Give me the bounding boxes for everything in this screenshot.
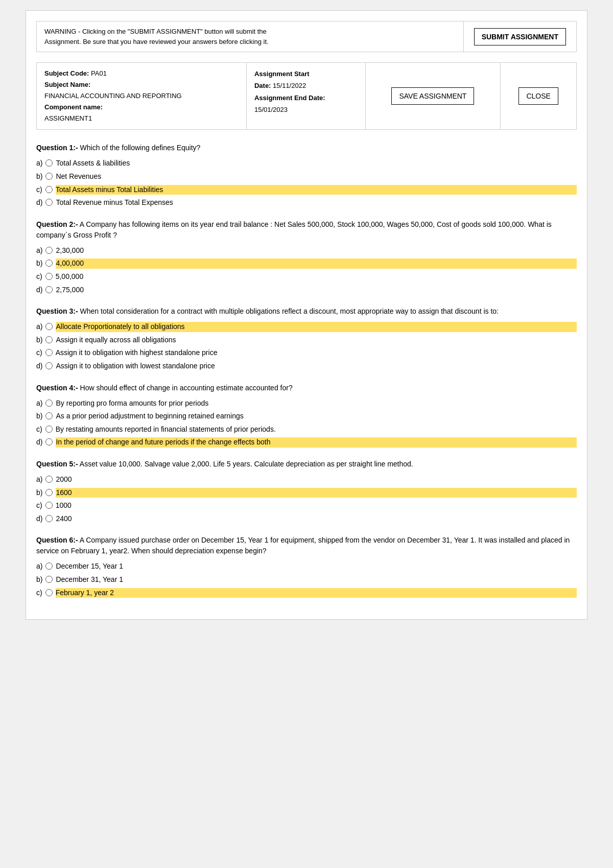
subject-cell: Subject Code: PA01 Subject Name: FINANCI…: [37, 63, 247, 130]
radio-q3-1[interactable]: [45, 336, 53, 343]
option-text-q1-1: Net Revenues: [56, 172, 577, 182]
save-assignment-button[interactable]: SAVE ASSIGNMENT: [391, 87, 474, 105]
option-row-q3-b: b)Assign it equally across all obligatio…: [36, 335, 577, 345]
question-text-4: Question 4:- How should effect of change…: [36, 383, 577, 393]
option-row-q4-a: a)By reporting pro forma amounts for pri…: [36, 398, 577, 409]
option-row-q3-c: c)Assign it to obligation with highest s…: [36, 348, 577, 358]
option-row-q4-c: c)By restating amounts reported in finan…: [36, 425, 577, 435]
option-text-q5-1: 1600: [56, 488, 577, 498]
option-label-q1-0: a): [36, 158, 42, 169]
subject-name-label: Subject Name:: [44, 81, 90, 88]
radio-q1-0[interactable]: [45, 159, 53, 167]
option-label-q2-3: d): [36, 285, 42, 295]
radio-q2-3[interactable]: [45, 286, 53, 293]
radio-q5-0[interactable]: [45, 476, 53, 483]
option-label-q2-2: c): [36, 272, 42, 282]
subject-info-table: Subject Code: PA01 Subject Name: FINANCI…: [36, 62, 577, 130]
option-text-q4-2: By restating amounts reported in financi…: [56, 425, 577, 435]
submit-assignment-button[interactable]: SUBMIT ASSIGNMENT: [474, 28, 566, 45]
subject-code: Subject Code: PA01: [44, 68, 239, 79]
option-label-q1-3: d): [36, 198, 42, 208]
option-text-q1-3: Total Revenue minus Total Expenses: [56, 198, 577, 208]
option-label-q4-3: d): [36, 437, 42, 448]
option-row-q1-c: c)Total Assets minus Total Liabilities: [36, 185, 577, 195]
radio-q4-0[interactable]: [45, 400, 53, 407]
question-block-5: Question 5:- Asset value 10,000. Salvage…: [36, 459, 577, 524]
option-row-q2-a: a)2,30,000: [36, 246, 577, 256]
assignment-end-label: Assignment End Date:: [254, 92, 358, 104]
question-text-6: Question 6:- A Company issued purchase o…: [36, 535, 577, 556]
radio-q1-3[interactable]: [45, 199, 53, 206]
option-row-q3-d: d)Assign it to obligation with lowest st…: [36, 361, 577, 371]
radio-q3-0[interactable]: [45, 323, 53, 330]
option-label-q4-2: c): [36, 425, 42, 435]
radio-q1-2[interactable]: [45, 186, 53, 193]
radio-q2-0[interactable]: [45, 247, 53, 254]
option-row-q2-c: c)5,00,000: [36, 272, 577, 282]
component-name-value: ASSIGNMENT1: [44, 113, 239, 124]
questions-container: Question 1:- Which of the following defi…: [36, 143, 577, 598]
subject-code-value: PA01: [91, 69, 107, 77]
option-text-q2-2: 5,00,000: [56, 272, 577, 282]
option-row-q1-a: a)Total Assets & liabilities: [36, 158, 577, 169]
radio-q5-1[interactable]: [45, 489, 53, 496]
option-label-q6-2: c): [36, 588, 42, 598]
option-label-q6-0: a): [36, 561, 42, 572]
option-row-q5-a: a)2000: [36, 475, 577, 485]
option-text-q5-0: 2000: [56, 475, 577, 485]
option-text-q6-1: December 31, Year 1: [56, 575, 577, 585]
option-row-q1-d: d)Total Revenue minus Total Expenses: [36, 198, 577, 208]
option-row-q2-d: d)2,75,000: [36, 285, 577, 295]
option-text-q2-1: 4,00,000: [56, 259, 577, 269]
option-text-q3-2: Assign it to obligation with highest sta…: [56, 348, 577, 358]
radio-q3-2[interactable]: [45, 349, 53, 356]
option-text-q4-3: In the period of change and future perio…: [56, 437, 577, 448]
radio-q2-1[interactable]: [45, 260, 53, 267]
close-cell: CLOSE: [501, 63, 577, 130]
option-text-q2-0: 2,30,000: [56, 246, 577, 256]
question-block-4: Question 4:- How should effect of change…: [36, 383, 577, 448]
option-label-q4-0: a): [36, 398, 42, 409]
option-row-q4-d: d)In the period of change and future per…: [36, 437, 577, 448]
component-name: Component name:: [44, 102, 239, 113]
option-label-q1-2: c): [36, 185, 42, 195]
page-container: WARNING - Clicking on the "SUBMIT ASSIGN…: [26, 10, 587, 620]
option-text-q5-2: 1000: [56, 501, 577, 511]
radio-q6-2[interactable]: [45, 589, 53, 596]
option-text-q4-1: As a prior period adjustment to beginnin…: [56, 411, 577, 421]
option-text-q2-3: 2,75,000: [56, 285, 577, 295]
radio-q1-1[interactable]: [45, 173, 53, 180]
option-text-q6-0: December 15, Year 1: [56, 561, 577, 572]
option-row-q5-b: b)1600: [36, 488, 577, 498]
option-text-q1-2: Total Assets minus Total Liabilities: [56, 185, 577, 195]
radio-q5-3[interactable]: [45, 515, 53, 522]
option-label-q5-0: a): [36, 475, 42, 485]
option-label-q5-2: c): [36, 501, 42, 511]
save-cell: SAVE ASSIGNMENT: [365, 63, 501, 130]
option-text-q3-0: Allocate Proportionately to all obligati…: [56, 322, 577, 332]
option-text-q5-3: 2400: [56, 514, 577, 524]
option-row-q4-b: b)As a prior period adjustment to beginn…: [36, 411, 577, 421]
radio-q2-2[interactable]: [45, 273, 53, 280]
header-section: WARNING - Clicking on the "SUBMIT ASSIGN…: [36, 21, 577, 52]
radio-q3-3[interactable]: [45, 362, 53, 369]
option-text-q4-0: By reporting pro forma amounts for prior…: [56, 398, 577, 409]
radio-q4-2[interactable]: [45, 426, 53, 433]
close-button[interactable]: CLOSE: [518, 87, 558, 105]
radio-q6-1[interactable]: [45, 576, 53, 583]
radio-q6-0[interactable]: [45, 562, 53, 570]
option-label-q2-1: b): [36, 259, 42, 269]
question-text-1: Question 1:- Which of the following defi…: [36, 143, 577, 153]
subject-name: Subject Name:: [44, 79, 239, 90]
radio-q5-2[interactable]: [45, 502, 53, 509]
option-label-q6-1: b): [36, 575, 42, 585]
submit-btn-area: SUBMIT ASSIGNMENT: [464, 21, 576, 52]
assignment-start-label: Assignment Start: [254, 68, 358, 80]
option-label-q3-3: d): [36, 361, 42, 371]
option-row-q5-c: c)1000: [36, 501, 577, 511]
warning-area: WARNING - Clicking on the "SUBMIT ASSIGN…: [37, 21, 464, 52]
option-text-q1-0: Total Assets & liabilities: [56, 158, 577, 169]
option-label-q5-1: b): [36, 488, 42, 498]
radio-q4-1[interactable]: [45, 412, 53, 419]
radio-q4-3[interactable]: [45, 438, 53, 445]
